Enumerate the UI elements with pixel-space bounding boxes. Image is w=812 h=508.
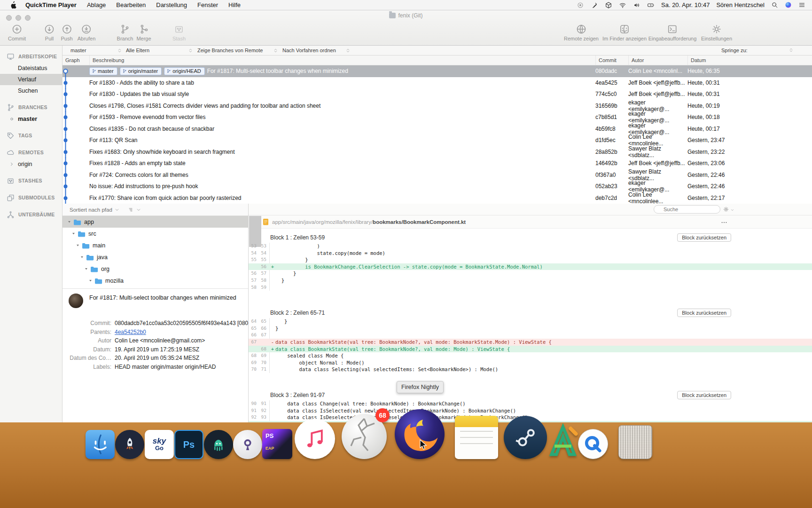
disclosure-triangle-icon[interactable] [71,231,76,236]
tree-node-mozilla[interactable]: mozilla [62,275,248,286]
branch-badge[interactable]: origin/HEAD [164,67,205,75]
tree-node-main[interactable]: main [62,239,248,251]
commit-row[interactable]: For #724: Corrects colors for all themes… [62,169,812,181]
dock-item-notes[interactable] [455,416,498,459]
column-header-graph[interactable]: Graph [62,56,89,65]
toolbar-button-finder[interactable]: Im Finder anzeigen [602,24,647,41]
column-header-autor[interactable]: Autor [628,56,687,65]
column-header-beschreibung[interactable]: Beschreibung [89,56,595,65]
block-reset-button[interactable]: Block zurücksetzen [677,391,731,399]
sidebar-item-origin[interactable]: origin [0,159,62,170]
menu-item-bearbeiten[interactable]: Bearbeiten [116,1,146,8]
column-header-commit[interactable]: Commit [595,56,628,65]
menu-item-darstellung[interactable]: Darstellung [156,1,187,8]
branch-badge[interactable]: origin/master [120,67,162,75]
menubar-clock[interactable]: Sa. 20. Apr. 10:47 [661,1,710,8]
screen-recording-indicator[interactable] [577,1,584,9]
chevron-down-icon[interactable] [730,208,734,212]
filter-dropdown[interactable]: master [70,46,122,55]
dock-item-steam[interactable] [504,416,547,459]
chevron-down-icon[interactable] [114,207,120,213]
toolbar-button-pull[interactable]: Pull [44,24,55,41]
box-icon[interactable] [605,1,612,9]
commit-row[interactable]: For #113: QR Scand1fd5ecColin Lee <mncol… [62,135,812,146]
dock-item-kraken-app[interactable] [204,430,233,459]
filter-dropdown[interactable]: Alle Eltern [126,46,193,55]
sidebar-item-verlauf[interactable]: Verlauf [0,74,62,85]
dock-item-phpstorm-eap[interactable]: PSEAP [262,429,292,459]
toolbar-button-push[interactable]: Push [61,24,72,41]
disclosure-triangle-icon[interactable] [84,267,88,271]
commit-row[interactable]: Fix #1770: Share icon from quick action … [62,192,812,204]
tree-node-src[interactable]: src [62,228,248,239]
chevron-down-icon[interactable] [136,207,141,213]
dock-item-rocket-app[interactable] [115,430,144,459]
commit-row[interactable]: No issue: Add instructions to pre-push h… [62,181,812,192]
commit-row[interactable]: Closes #1835 - Do not crash because of s… [62,123,812,135]
dock-item-sky-go[interactable]: skyGo [145,430,174,459]
siri-icon[interactable] [785,1,792,8]
spotlight-icon[interactable] [771,1,778,8]
wifi-icon[interactable] [619,1,626,9]
dock-item-quicktime[interactable] [578,429,608,459]
disclosure-triangle-icon[interactable] [80,255,84,259]
menu-item-app[interactable]: QuickTime Player [25,1,77,8]
search-input[interactable] [654,205,720,214]
detail-field-value[interactable]: 4ea54252b0 [115,329,146,335]
toolbar-button-globe[interactable]: Remote zeigen [564,24,599,41]
toolbar-button-branch[interactable]: Branch [117,24,133,41]
commit-row[interactable]: Fixes #1828 - Adds an empty tab state146… [62,158,812,169]
tree-node-org[interactable]: org [62,263,248,275]
disclosure-triangle-icon[interactable] [76,243,80,247]
dock-item-trash[interactable] [618,425,652,459]
disclosure-triangle-icon[interactable] [67,220,71,224]
toolbar-button-terminal[interactable]: Eingabeaufforderung [648,24,697,41]
sidebar-item-dateistatus[interactable]: Dateistatus [0,63,62,74]
menu-item-hilfe[interactable]: Hilfe [228,1,241,8]
cleaner-icon[interactable] [591,1,598,9]
commit-row[interactable]: masterorigin/masterorigin/HEADFor #1817:… [62,65,812,77]
toolbar-button-commit[interactable]: Commit [8,24,26,41]
commit-row[interactable]: For #1593 - Remove evenodd from vector f… [62,111,812,123]
apple-menu-icon[interactable] [9,1,17,9]
sort-lines-icon[interactable] [128,207,134,213]
dock-item-drafting-app[interactable] [545,422,581,459]
tree-node-java[interactable]: java [62,251,248,263]
sort-mode-label[interactable]: Sortiert nach pfad [70,207,112,213]
ellipsis-menu-icon[interactable] [721,219,727,226]
commit-row[interactable]: For #1830 - Updates the tab visual style… [62,88,812,100]
disclosure-triangle-icon[interactable] [88,278,93,283]
branch-badge[interactable]: master [89,67,117,75]
menubar-user[interactable]: Sören Hentzschel [716,1,765,8]
menu-item-fenster[interactable]: Fenster [197,1,218,8]
dock-item-music[interactable] [295,419,335,459]
tree-node-app[interactable]: app [62,216,248,228]
menu-item-ablage[interactable]: Ablage [87,1,106,8]
toolbar-button-merge[interactable]: Merge [136,24,151,41]
file-sort-bar[interactable]: Sortiert nach pfad [62,204,248,216]
toolbar-button-abrufen[interactable]: Abrufen [78,24,96,41]
block-reset-button[interactable]: Block zurücksetzen [677,233,731,242]
toolbar-button-gear[interactable]: Einstellungen [701,24,732,41]
diff-sign: - [270,339,275,346]
gear-icon[interactable] [723,206,729,213]
dock-item-finder[interactable] [86,430,115,459]
jump-to-stepper-icon[interactable] [789,48,794,53]
filter-dropdown[interactable]: Zeige Branches von Remote [197,46,278,55]
commit-row[interactable]: For #1830 - Adds the ability to share a … [62,77,812,89]
volume-icon[interactable] [633,1,640,9]
sidebar-item-master[interactable]: master [0,113,62,125]
dock-item-photoshop[interactable]: Ps [174,430,203,459]
dock-item-firefox-nightly[interactable] [395,409,445,459]
notification-center-icon[interactable] [798,1,805,8]
sidebar-item-suchen[interactable]: Suchen [0,85,62,96]
commit-row[interactable]: Closes #1798, Closes #1581 Corrects divi… [62,100,812,112]
battery-icon[interactable] [647,1,655,9]
commit-row[interactable]: Fixes #1683: Only show/hide keyboard in … [62,146,812,158]
diff-line: 5758 } [249,277,812,284]
dock-item-keychain-app[interactable] [233,430,262,459]
filter-dropdown[interactable]: Nach Vorfahren ordnen [282,46,351,55]
dock-item-cracked-ball-app[interactable]: 68 [342,414,387,459]
column-header-datum[interactable]: Datum [687,56,812,65]
block-reset-button[interactable]: Block zurücksetzen [677,309,731,317]
